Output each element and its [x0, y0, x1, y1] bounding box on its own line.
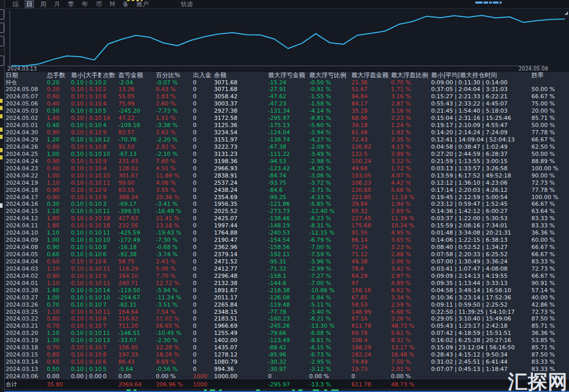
table-row[interactable]: 2024.04.011.100.10 | 0.1011240.7112.72 %… [4, 279, 569, 287]
table-row[interactable]: 2024.03.271.000.10 | 0.1010-254.67-11.24… [4, 294, 569, 301]
tab-M[interactable]: M [109, 1, 116, 8]
cell-最大浮盈比例: 0.70 % [389, 79, 430, 86]
cell-最大浮亏金额: -95.31 [266, 258, 308, 265]
tab-周[interactable]: 周 [39, 1, 47, 8]
table-row[interactable]: 2024.04.160.300.10 | 0.103-69.17-3.41 %0… [4, 201, 569, 208]
table-row[interactable]: 2024.04.300.900.10 | 0.10982.572.62 %032… [4, 129, 569, 136]
cell-最大浮盈比例: 48.73 % [389, 381, 430, 388]
cell-余额: 3058.42 [212, 93, 266, 100]
table-row[interactable]: 2024.03.201.100.10 | 0.1011-146.51-10.45… [4, 330, 569, 337]
table-row[interactable]: 2024.03.251.100.10 | 0.1011164.647.54 %0… [4, 308, 569, 315]
cell-盈亏金额: 75.99 [117, 100, 154, 107]
cell-胜率: 90.00 % [530, 172, 569, 179]
table-row[interactable]: 2024.04.230.400.10 | 0.104128.024.51 %02… [4, 165, 569, 172]
table-row[interactable]: 2024.03.260.700.10 | 0.107-82.31-3.51 %0… [4, 301, 569, 308]
cell-日期: 2024.04.04 [4, 258, 45, 265]
cell-最小|大手数: 0.10 | 0.10 [69, 222, 101, 229]
table-row[interactable]: 2024.04.121.800.10 | 0.1018427.6321.41 %… [4, 215, 569, 222]
total-row[interactable]: 合计35.802069.64206.96 %1000-295.97-13.3 %… [4, 380, 569, 389]
table-row[interactable]: 2024.05.070.600.10 | 0.10655.051.83 %030… [4, 93, 569, 100]
table-row[interactable]: 2024.03.281.400.10 | 0.1014-119.50-5.94 … [4, 287, 569, 294]
tab-trail[interactable]: 轨迹 [180, 1, 194, 8]
table-row[interactable]: 2024.03.180.700.10 | 0.107156.9512.28 %0… [4, 344, 569, 351]
table-row[interactable]: 2024.04.020.900.10 | 0.109164.107.70 %02… [4, 272, 569, 279]
table-row[interactable]: 2024.05.021.400.10 | 0.101447.221.51 %03… [4, 115, 569, 122]
table-row[interactable]: 2024.04.191.100.10 | 0.101199.004.06 %02… [4, 179, 569, 186]
cell-日期: 2024.04.19 [4, 180, 45, 186]
tab-备[interactable]: 备 [121, 1, 130, 8]
table-row[interactable]: 2024.04.180.900.10 | 0.10983.553.55 %024… [4, 186, 569, 193]
table-header-row[interactable]: 日期总手数最小|大手数次数盈亏金额百分比%出入金余额最大浮亏金额最大浮亏比例最大… [4, 72, 569, 79]
table-row[interactable]: 2024.04.260.800.10 | 0.10891.502.92 %032… [4, 144, 569, 151]
cell-出入金: 0 [191, 129, 212, 136]
cell-最大浮盈比例: 4.07 % [389, 172, 430, 179]
equity-curve-chart[interactable]: 2024.03.13 2024.05.08 [4, 8, 569, 72]
cell-次数: 9 [101, 194, 117, 201]
table-row[interactable]: 2024.03.210.700.10 | 0.107711.2056.65 %0… [4, 323, 569, 330]
table-row[interactable]: 2024.04.291.200.10 | 0.1012-70.76-2.20 %… [4, 136, 569, 144]
table-row[interactable]: 2024.03.150.800.10 | 0.108197.3318.26 %0… [4, 351, 569, 359]
tab-日[interactable]: 日 [25, 1, 33, 8]
tab-季[interactable]: 季 [67, 1, 75, 8]
open-position-row[interactable]: 持仓0.200.10 | 0.102-2.04-0.07 %03071.68-1… [4, 79, 569, 86]
cell-最大浮盈金额: 103.05 [350, 172, 389, 179]
cell-胜率: 50.00 % [530, 122, 569, 129]
cell-最大浮盈金额: 108.4 [350, 337, 389, 344]
table-row[interactable]: 2024.04.251.000.10 | 0.1010-67.13-2.10 %… [4, 150, 569, 157]
clipped-yellow-text-fragment [0, 128, 3, 132]
tab-年[interactable]: 年 [81, 1, 89, 8]
cell-次数: 0 [101, 373, 117, 380]
cell-日期: 2024.03.26 [4, 301, 45, 308]
table-row[interactable]: 2024.04.080.900.10 | 0.109-16.18-0.68 %0… [4, 244, 569, 251]
cell-日期: 2024.04.22 [4, 172, 45, 179]
table-row[interactable]: 2024.03.191.300.10 | 0.1013-33.07-2.30 %… [4, 337, 569, 344]
tab-币[interactable]: 币 [95, 1, 103, 8]
cell-最大浮盈比例: 2.69 % [389, 208, 430, 215]
cell-最大浮亏比例: -4.14 % [308, 108, 350, 114]
table-row[interactable]: 2024.04.101.100.10 | 0.1011-425.59-19.43… [4, 229, 569, 237]
cell-余额: 2348.15 [212, 309, 266, 315]
table-row[interactable]: 2024.04.040.600.10 | 0.10658.752.43 %024… [4, 258, 569, 265]
cell-出入金: 0 [191, 208, 212, 215]
table-row[interactable]: 2024.04.240.900.10 | 0.109231.437.80 %03… [4, 157, 569, 165]
dock-button[interactable] [0, 36, 4, 46]
dock-button[interactable] [0, 23, 4, 33]
cell-日期: 2024.04.01 [4, 280, 45, 287]
table-row[interactable]: 2024.04.221.000.10 | 0.1010301.6711.89 %… [4, 172, 569, 179]
table-row[interactable]: 2024.04.170.900.10 | 0.109398.3420.36 %0… [4, 193, 569, 201]
table-row[interactable]: 2024.03.220.800.10 | 0.108216.8211.02 %0… [4, 315, 569, 323]
table-row[interactable]: 2024.05.060.400.10 | 0.10475.992.60 %030… [4, 100, 569, 108]
cell-出入金: 0 [191, 301, 212, 308]
dock-button[interactable] [0, 56, 4, 66]
table-row[interactable]: 2024.04.091.000.10 | 0.1010-172.49-7.30 … [4, 237, 569, 244]
cell-次数: 7 [101, 344, 117, 351]
cell-余额: 3151.97 [212, 136, 266, 143]
table-row[interactable]: 2024.05.010.400.10 | 0.104-109.18-3.38 %… [4, 122, 569, 129]
table-row[interactable]: 2024.04.031.100.10 | 0.1011116.295.06 %0… [4, 265, 569, 272]
cell-出入金: 0 [191, 172, 212, 179]
cell-最大浮亏金额: -30.32 [266, 359, 308, 365]
chart-resize-handle-icon[interactable] [564, 11, 568, 15]
cell-余额: 2265.84 [212, 301, 266, 308]
cell-最小|大手数: 0.10 | 0.10 [69, 359, 101, 365]
tab-账户[interactable]: 账户 [135, 1, 150, 8]
tab-月[interactable]: 月 [53, 1, 61, 8]
cell-最大浮盈金额: 182.24 [350, 351, 389, 358]
tab-综[interactable]: 综 [11, 1, 20, 8]
table-row[interactable]: 2024.03.060.000.00 | 0.0000.000.00 %1000… [4, 373, 569, 380]
cell-最大浮亏比例: -5.11 % [308, 301, 350, 308]
dock-button[interactable] [0, 9, 4, 20]
cell-余额: 2025.52 [212, 208, 266, 215]
table-row[interactable]: 2024.04.111.800.10 | 0.1018232.5613.18 %… [4, 222, 569, 229]
table-row[interactable]: 2024.05.080.200.10 | 0.10213.260.43 %030… [4, 86, 569, 93]
table-row[interactable]: 2024.03.140.600.10 | 0.10686.438.69 %010… [4, 359, 569, 366]
cell-胜率: 88.89 % [530, 158, 569, 165]
cell-日期: 2024.04.17 [4, 194, 45, 201]
cell-盈亏金额: -172.49 [117, 237, 154, 243]
cell-最小|平均|最大持仓时间: 0:03:41 | 1:07:47 | 4:08:08 [430, 265, 530, 272]
table-row[interactable]: 2024.03.130.500.10 | 0.105-5.64-0.56 %09… [4, 366, 569, 373]
table-row[interactable]: 2024.04.050.600.10 | 0.106-92.38-3.74 %0… [4, 251, 569, 258]
cell-盈亏金额: 86.43 [117, 359, 154, 365]
table-row[interactable]: 2024.04.151.100.10 | 0.1011-399.55-16.48… [4, 208, 569, 215]
table-row[interactable]: 2024.05.030.500.10 | 0.105-245.20-7.73 %… [4, 108, 569, 115]
